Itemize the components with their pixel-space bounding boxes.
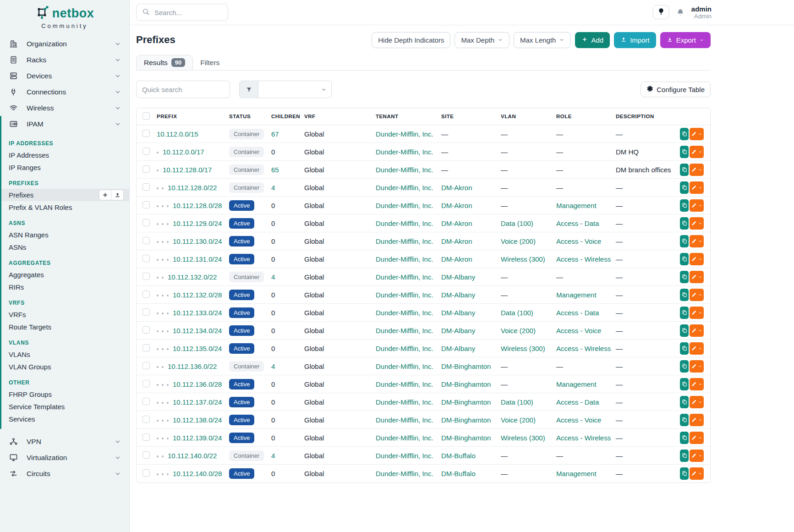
sidebar-item-fhrp-groups[interactable]: FHRP Groups bbox=[1, 388, 129, 400]
role-link[interactable]: Management bbox=[556, 291, 597, 299]
row-checkbox[interactable] bbox=[142, 326, 150, 334]
prefix-link[interactable]: 10.112.129.0/24 bbox=[173, 219, 222, 227]
edit-dropdown-button[interactable] bbox=[690, 199, 704, 212]
row-checkbox[interactable] bbox=[142, 380, 150, 387]
site-link[interactable]: DM-Buffalo bbox=[441, 452, 476, 460]
prefix-link[interactable]: 10.112.0.0/15 bbox=[157, 130, 198, 138]
edit-dropdown-button[interactable] bbox=[690, 467, 704, 480]
tenant-link[interactable]: Dunder-Mifflin, Inc. bbox=[376, 434, 433, 442]
add-button[interactable]: Add bbox=[575, 32, 610, 48]
children-count-link[interactable]: 4 bbox=[271, 452, 275, 460]
tenant-link[interactable]: Dunder-Mifflin, Inc. bbox=[376, 130, 433, 138]
site-link[interactable]: DM-Akron bbox=[441, 202, 472, 209]
tenant-link[interactable]: Dunder-Mifflin, Inc. bbox=[376, 255, 433, 263]
prefix-link[interactable]: 10.112.0.0/17 bbox=[163, 148, 204, 156]
hide-depth-indicators-button[interactable]: Hide Depth Indicators bbox=[372, 32, 450, 48]
sidebar-item-organization[interactable]: Organization bbox=[0, 36, 129, 52]
saved-filter-select[interactable] bbox=[258, 81, 331, 98]
row-checkbox[interactable] bbox=[142, 201, 150, 208]
prefix-link[interactable]: 10.112.136.0/22 bbox=[168, 362, 217, 370]
tenant-link[interactable]: Dunder-Mifflin, Inc. bbox=[376, 273, 433, 281]
clone-button[interactable] bbox=[680, 432, 689, 444]
site-link[interactable]: DM-Akron bbox=[441, 219, 472, 227]
row-checkbox[interactable] bbox=[142, 469, 150, 477]
tab-results[interactable]: Results 90 bbox=[136, 55, 193, 70]
prefix-link[interactable]: 10.112.136.0/28 bbox=[173, 380, 222, 388]
role-link[interactable]: Access - Voice bbox=[556, 327, 601, 335]
prefix-link[interactable]: 10.112.128.0/22 bbox=[168, 184, 217, 192]
sidebar-item-wireless[interactable]: Wireless bbox=[0, 100, 129, 116]
role-link[interactable]: Management bbox=[556, 202, 597, 209]
configure-table-button[interactable]: Configure Table bbox=[641, 82, 711, 97]
edit-dropdown-button[interactable] bbox=[690, 128, 704, 140]
edit-dropdown-button[interactable] bbox=[690, 271, 704, 283]
sidebar-item-devices[interactable]: Devices bbox=[0, 68, 129, 84]
prefix-link[interactable]: 10.112.132.0/28 bbox=[173, 291, 222, 299]
edit-dropdown-button[interactable] bbox=[690, 307, 704, 319]
clone-button[interactable] bbox=[680, 235, 689, 247]
clone-button[interactable] bbox=[680, 217, 689, 230]
row-checkbox[interactable] bbox=[142, 130, 150, 137]
column-header-role[interactable]: ROLE bbox=[556, 108, 616, 125]
vlan-link[interactable]: Voice (200) bbox=[501, 327, 536, 335]
role-link[interactable]: Access - Data bbox=[556, 398, 599, 406]
row-checkbox[interactable] bbox=[142, 273, 150, 280]
clone-button[interactable] bbox=[680, 360, 689, 373]
sidebar-item-circuits[interactable]: Circuits bbox=[0, 466, 129, 482]
children-count-link[interactable]: 4 bbox=[271, 273, 275, 281]
prefix-link[interactable]: 10.112.133.0/24 bbox=[173, 309, 222, 317]
row-checkbox[interactable] bbox=[142, 183, 150, 191]
children-count-link[interactable]: 65 bbox=[271, 166, 279, 174]
row-checkbox[interactable] bbox=[142, 237, 150, 244]
clone-button[interactable] bbox=[680, 199, 689, 212]
column-header-tenant[interactable]: TENANT bbox=[376, 108, 441, 125]
column-header-prefix[interactable]: PREFIX bbox=[157, 108, 229, 125]
row-checkbox[interactable] bbox=[142, 219, 150, 226]
tenant-link[interactable]: Dunder-Mifflin, Inc. bbox=[376, 219, 433, 227]
sidebar-item-ipam[interactable]: IPAM bbox=[1, 116, 129, 132]
edit-dropdown-button[interactable] bbox=[690, 342, 704, 355]
sidebar-item-rirs[interactable]: RIRs bbox=[1, 281, 129, 293]
site-link[interactable]: DM-Buffalo bbox=[441, 470, 476, 477]
row-checkbox[interactable] bbox=[142, 308, 150, 316]
tenant-link[interactable]: Dunder-Mifflin, Inc. bbox=[376, 184, 433, 192]
children-count-link[interactable]: 4 bbox=[271, 184, 275, 192]
column-header-site[interactable]: SITE bbox=[441, 108, 501, 125]
clone-button[interactable] bbox=[680, 378, 689, 390]
select-all-checkbox[interactable] bbox=[142, 112, 150, 120]
vlan-link[interactable]: Wireless (300) bbox=[501, 345, 545, 352]
column-header-vlan[interactable]: VLAN bbox=[501, 108, 556, 125]
clone-button[interactable] bbox=[680, 467, 689, 480]
vlan-link[interactable]: Data (100) bbox=[501, 398, 533, 406]
tenant-link[interactable]: Dunder-Mifflin, Inc. bbox=[376, 291, 433, 299]
edit-dropdown-button[interactable] bbox=[690, 146, 704, 158]
prefix-link[interactable]: 10.112.138.0/24 bbox=[173, 416, 222, 424]
tenant-link[interactable]: Dunder-Mifflin, Inc. bbox=[376, 202, 433, 209]
edit-dropdown-button[interactable] bbox=[690, 253, 704, 265]
prefix-link[interactable]: 10.112.132.0/22 bbox=[168, 273, 217, 281]
tenant-link[interactable]: Dunder-Mifflin, Inc. bbox=[376, 380, 433, 388]
edit-dropdown-button[interactable] bbox=[690, 164, 704, 176]
row-checkbox[interactable] bbox=[142, 148, 150, 155]
sidebar-item-vpn[interactable]: VPN bbox=[0, 433, 129, 450]
prefix-link[interactable]: 10.112.135.0/24 bbox=[173, 345, 222, 352]
column-header-children[interactable]: CHILDREN bbox=[271, 108, 304, 125]
row-checkbox[interactable] bbox=[142, 344, 150, 351]
site-link[interactable]: DM-Binghamton bbox=[441, 380, 491, 388]
site-link[interactable]: DM-Binghamton bbox=[441, 434, 491, 442]
vlan-link[interactable]: Wireless (300) bbox=[501, 255, 545, 263]
site-link[interactable]: DM-Binghamton bbox=[441, 398, 491, 406]
prefix-link[interactable]: 10.112.131.0/24 bbox=[173, 255, 222, 263]
tenant-link[interactable]: Dunder-Mifflin, Inc. bbox=[376, 452, 433, 460]
children-count-link[interactable]: 4 bbox=[271, 362, 275, 370]
import-prefix-button[interactable] bbox=[111, 190, 124, 200]
role-link[interactable]: Access - Data bbox=[556, 219, 599, 227]
tenant-link[interactable]: Dunder-Mifflin, Inc. bbox=[376, 345, 433, 352]
row-checkbox[interactable] bbox=[142, 255, 150, 262]
brand[interactable]: netbox Community bbox=[0, 0, 129, 36]
clone-button[interactable] bbox=[680, 181, 689, 194]
edit-dropdown-button[interactable] bbox=[690, 450, 704, 462]
role-link[interactable]: Access - Voice bbox=[556, 416, 601, 424]
tab-filters[interactable]: Filters bbox=[193, 55, 227, 70]
role-link[interactable]: Access - Wireless bbox=[556, 255, 611, 263]
